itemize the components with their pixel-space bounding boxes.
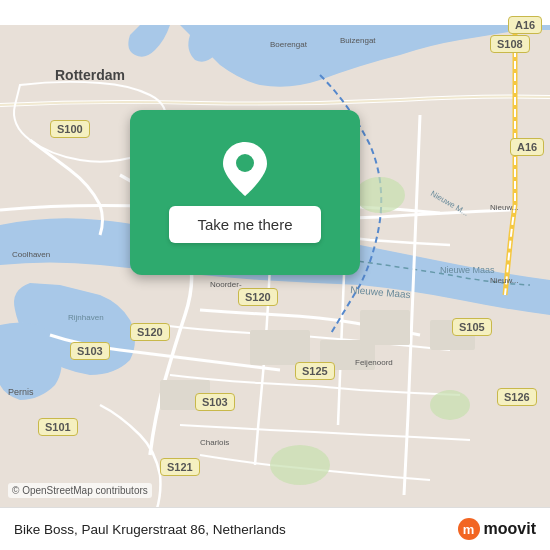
svg-text:Buizengat: Buizengat — [340, 36, 376, 45]
location-address: Bike Boss, Paul Krugerstraat 86, Netherl… — [14, 522, 286, 537]
svg-text:Nieuwe Maas: Nieuwe Maas — [440, 265, 495, 275]
route-badge-a16-top: A16 — [508, 16, 542, 34]
svg-point-26 — [236, 154, 254, 172]
route-badge-s105: S105 — [452, 318, 492, 336]
route-badge-s101: S101 — [38, 418, 78, 436]
route-badge-s121: S121 — [160, 458, 200, 476]
info-bar: Bike Boss, Paul Krugerstraat 86, Netherl… — [0, 507, 550, 550]
route-badge-s120-left: S120 — [130, 323, 170, 341]
svg-text:Boerengat: Boerengat — [270, 40, 308, 49]
location-card: Take me there — [130, 110, 360, 275]
svg-text:Nieuw...: Nieuw... — [490, 203, 518, 212]
route-badge-a16-right: A16 — [510, 138, 544, 156]
route-badge-s103-left: S103 — [70, 342, 110, 360]
take-me-there-button[interactable]: Take me there — [169, 206, 320, 243]
svg-text:Rijnhaven: Rijnhaven — [68, 313, 104, 322]
svg-point-8 — [355, 177, 405, 213]
svg-text:Nieuw...: Nieuw... — [490, 276, 518, 285]
route-badge-s100: S100 — [50, 120, 90, 138]
svg-text:Noorder-: Noorder- — [210, 280, 242, 289]
map-container: Rotterdam Nieuwe Maas Wijnhaven Boerenga… — [0, 0, 550, 550]
map-background: Rotterdam Nieuwe Maas Wijnhaven Boerenga… — [0, 0, 550, 550]
moovit-logo-text: moovit — [484, 520, 536, 538]
moovit-m-icon: m — [458, 518, 480, 540]
route-badge-s120-mid: S120 — [238, 288, 278, 306]
route-badge-s126: S126 — [497, 388, 537, 406]
route-badge-s103-mid: S103 — [195, 393, 235, 411]
location-pin-icon — [223, 142, 267, 196]
moovit-logo: m moovit — [458, 518, 536, 540]
svg-text:Charlois: Charlois — [200, 438, 229, 447]
copyright-text: © OpenStreetMap contributors — [8, 483, 152, 498]
svg-text:Coolhaven: Coolhaven — [12, 250, 50, 259]
svg-point-9 — [430, 390, 470, 420]
svg-point-10 — [270, 445, 330, 485]
svg-text:Pernis: Pernis — [8, 387, 34, 397]
route-badge-s125: S125 — [295, 362, 335, 380]
svg-rect-3 — [250, 330, 310, 365]
svg-text:Feijenoord: Feijenoord — [355, 358, 393, 367]
svg-rect-6 — [360, 310, 410, 345]
svg-text:Rotterdam: Rotterdam — [55, 67, 125, 83]
route-badge-s108: S108 — [490, 35, 530, 53]
